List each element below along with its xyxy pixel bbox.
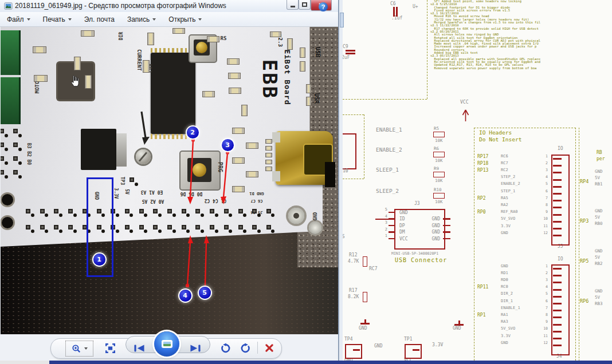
schematic-label-c6: C6 [390, 1, 396, 6]
slideshow-button[interactable] [154, 331, 179, 357]
pin-stub [553, 207, 562, 208]
net-label: RB0 [595, 221, 603, 226]
net-label: RB3 [595, 301, 603, 306]
taskbar-edge[interactable] [49, 361, 612, 364]
menu-item-2[interactable]: Печать [43, 15, 72, 23]
chevron-down-icon [27, 18, 30, 21]
mounting-hole [2, 217, 13, 228]
menu-item-3[interactable]: Эл. почта [84, 15, 115, 23]
pin-number: 7 [538, 306, 548, 310]
smd-component [265, 167, 272, 171]
scrollbar-thumb[interactable] [340, 13, 344, 27]
smd-component [265, 160, 272, 164]
next-button[interactable] [189, 343, 202, 353]
taskbar-gap [0, 361, 49, 364]
smd-component [172, 28, 185, 34]
silk-usb: USB [315, 47, 321, 57]
silk-gnd_d1: GND D1 [249, 191, 264, 196]
menu-item-1[interactable]: Файл [7, 15, 30, 23]
schematic-label-io_line1: IO Headers [479, 129, 512, 136]
gnd-pad [288, 208, 304, 224]
tp1-testpoint [405, 344, 422, 359]
zoom-button[interactable] [65, 341, 93, 357]
signal-label: DIR_2 [501, 291, 513, 296]
rotate-ccw-button[interactable] [219, 342, 231, 354]
schematic-label-tp4: TP4 [344, 337, 352, 342]
pin-stub [553, 221, 562, 223]
menu-item-5[interactable]: Открыть [168, 15, 202, 23]
photo-canvas: MOTOR1DIRCURRENTADJRSPRGB3 B2 B0EBBv2.3E… [1, 27, 338, 334]
smd-component [241, 105, 248, 116]
smd-component [74, 57, 81, 70]
previous-button[interactable] [132, 343, 146, 353]
pin-stub [553, 235, 562, 236]
pin-number: 12 [538, 341, 548, 345]
tp4-testpoint [345, 344, 362, 359]
pin-stub [553, 331, 562, 333]
zoom-dropdown-icon [84, 347, 88, 350]
signal-label: 3.3V [501, 334, 511, 338]
minimize-button[interactable] [287, 0, 299, 10]
pin-number: 1 [538, 154, 548, 159]
photo-viewer-window: 20181119_061949.jpg - Средство просмотра… [0, 0, 339, 361]
pin-name: GND [422, 236, 440, 242]
pin-stub [389, 218, 394, 220]
resistor-R6 [433, 152, 445, 157]
gnd-symbol [360, 323, 370, 325]
silk-v33: 3.3V [113, 188, 119, 199]
rotate-cw-button[interactable] [240, 342, 251, 354]
mounting-hole [2, 194, 13, 205]
silk-row1: E0 A1 A3 [141, 189, 163, 195]
smd-component [85, 75, 92, 89]
smd-component [229, 88, 241, 94]
signal-label: 5V_SVO [501, 326, 515, 331]
pin-stub [389, 225, 394, 227]
schematic-label-r12: R12 [349, 252, 357, 258]
signal-label: STEP_2 [501, 175, 515, 179]
scrollbar-strip[interactable] [339, 0, 343, 364]
pin-name: GND [422, 230, 440, 235]
smd-component [34, 75, 48, 82]
delete-button[interactable] [264, 342, 275, 354]
pin-number: 9 [538, 319, 548, 324]
signal-label: RC7 [501, 161, 508, 165]
pin-stub [553, 186, 562, 188]
smd-component [232, 128, 245, 134]
window-icon [4, 2, 13, 10]
annotation-marker-2: 2 [187, 126, 199, 139]
pin-number: 3 [379, 220, 387, 225]
pin-stub [553, 214, 562, 216]
smd-component [270, 31, 281, 37]
schematic-label-tp1_net: 3.3V [432, 342, 443, 347]
silk-row3: D0 D5 D6 [181, 191, 203, 196]
signal-label: RC2 [501, 168, 508, 172]
silk-tp3: TP3 [120, 177, 125, 185]
title-bar[interactable]: 20181119_061949.jpg - Средство просмотра… [0, 0, 338, 13]
pin-stub [443, 218, 450, 220]
fit-button[interactable] [103, 342, 117, 354]
schematic-label-u_plus: U+ [413, 4, 418, 9]
menu-item-4[interactable]: Запись [127, 15, 156, 23]
chevron-down-icon [152, 18, 156, 21]
schematic-label-tp1: TP1 [404, 337, 412, 342]
value-label: 10K [435, 178, 443, 183]
rotate-ccw-icon [220, 343, 231, 354]
chevron-down-icon [68, 18, 72, 21]
pin-number: 12 [538, 231, 548, 235]
capacitor-plate [393, 7, 395, 17]
signal-label: RA2 [501, 203, 508, 207]
schematic-label-io_line2: Do Not Insert [479, 136, 521, 143]
value-label: 10K [435, 138, 443, 143]
signal-label: GND [501, 341, 508, 345]
help-icon[interactable]: ? [319, 2, 328, 11]
maximize-button[interactable] [299, 0, 311, 10]
rp-label: RP3 [580, 218, 589, 224]
schematic-label-tp4_net: GND [374, 343, 382, 349]
menu-item-label: Печать [43, 15, 65, 23]
schematic-label-gnd_left: GND [359, 326, 367, 331]
signal-label: 3.3V [501, 224, 511, 228]
zoom-icon [72, 344, 81, 354]
previous-icon [133, 344, 146, 353]
rp-label: RP1 [477, 312, 485, 318]
silk-row4: C1 C4 C2 [205, 198, 227, 203]
